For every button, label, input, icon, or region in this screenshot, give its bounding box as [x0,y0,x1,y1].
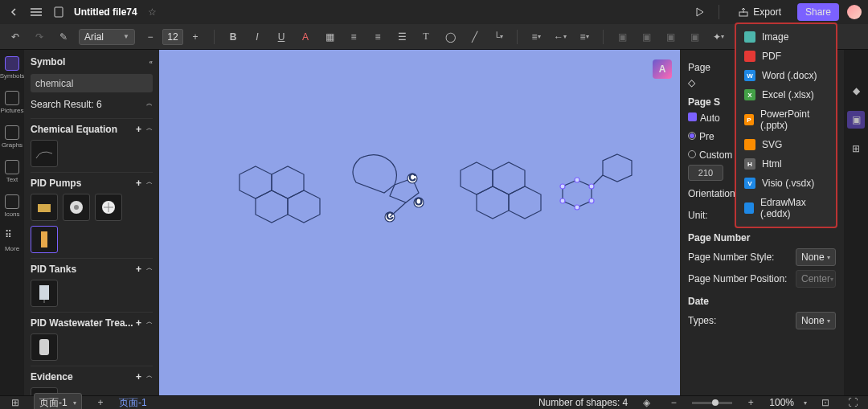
add-icon[interactable]: + [136,124,141,135]
svg-marker-13 [272,166,304,198]
add-page-icon[interactable]: + [92,394,109,409]
chevron-icon[interactable]: ︿ [146,371,153,382]
layers-icon[interactable]: ◈ [637,394,655,409]
zoom-out-icon[interactable]: − [665,394,682,409]
list-icon[interactable]: ☰ [393,28,411,46]
align-icon[interactable]: ≡ [345,28,362,46]
add-icon[interactable]: + [136,371,141,382]
canvas-area[interactable]: A C O C [159,50,680,395]
collapse-icon[interactable]: « [149,59,153,66]
fit-icon[interactable]: ⊡ [817,394,834,409]
text-color-icon[interactable]: A [297,28,314,46]
pg-style-select[interactable]: None▾ [796,248,836,266]
connector-icon[interactable]: └▾ [489,28,507,46]
symbol-thumb[interactable] [63,194,90,221]
export-word[interactable]: WWord (.docx) [736,66,836,85]
add-icon[interactable]: + [136,317,141,329]
font-select[interactable]: Arial▼ [79,29,135,45]
zoom-in-icon[interactable]: + [742,394,760,409]
export-image[interactable]: Image [736,27,836,47]
italic-icon[interactable]: I [248,28,266,46]
export-pdf[interactable]: PDF [736,47,836,66]
rail-more[interactable]: ⠿More [5,229,19,252]
canvas[interactable]: A C O C [159,50,680,395]
add-icon[interactable]: + [136,264,141,275]
category-header[interactable]: PID Tanks+︿ [31,258,153,280]
front-icon[interactable]: ▣ [661,28,679,46]
rail-label: Symbols [0,72,24,80]
export-ppt[interactable]: PPowerPoint (.pptx) [736,104,836,135]
undo-icon[interactable]: ↶ [6,28,24,46]
underline-icon[interactable]: U [272,28,290,46]
brush-icon[interactable]: ✎ [55,28,72,46]
export-label: Export [753,6,781,18]
symbol-thumb[interactable] [95,194,122,221]
pg-pos-select[interactable]: Center▾ [796,270,836,288]
share-button[interactable]: Share [797,3,839,21]
shape-icon[interactable]: ◯ [441,28,459,46]
valign-icon[interactable]: ≡ [369,28,387,46]
grid-icon[interactable]: ⊞ [847,140,865,157]
bucket-icon[interactable]: ◆ [847,82,865,100]
category-header[interactable]: Evidence+︿ [31,366,153,387]
export-button[interactable]: Export [731,3,789,21]
search-box[interactable]: × [31,74,153,92]
symbol-thumb[interactable] [31,280,58,307]
export-eddx[interactable]: EdrawMax (.eddx) [736,193,836,223]
effects-icon[interactable]: ✦▾ [710,28,727,46]
menu-icon[interactable] [29,5,43,19]
arrow-icon[interactable]: ←▾ [551,28,569,46]
star-icon[interactable]: ☆ [145,5,160,19]
svg-point-33 [560,198,565,203]
page-tab-label[interactable]: Page [688,62,710,73]
category-header[interactable]: PID Wastewater Trea...+︿ [31,312,153,333]
panel-icon[interactable]: ▣ [847,111,865,129]
size-minus[interactable]: − [141,28,159,46]
export-visio[interactable]: VVisio (.vsdx) [736,174,836,193]
arrow2-icon[interactable]: ≡▾ [575,28,593,46]
chevron-icon[interactable]: ︿ [146,264,153,275]
symbol-thumb[interactable] [31,194,58,221]
back-icon[interactable]: ▣ [686,28,703,46]
search-input[interactable] [35,78,156,89]
size-plus[interactable]: + [186,28,204,46]
category-header[interactable]: Chemical Equation+︿ [31,118,153,140]
chevron-icon[interactable]: ︿ [146,317,153,329]
avatar[interactable] [847,5,862,19]
group-icon[interactable]: ▣ [613,28,631,46]
layout-icon[interactable]: ⊞ [6,394,24,409]
add-icon[interactable]: + [136,178,141,189]
fullscreen-icon[interactable]: ⛶ [844,394,862,409]
zoom-slider[interactable] [692,402,732,404]
rail-text[interactable]: Text [5,160,19,183]
rail-symbols[interactable]: Symbols [0,56,24,80]
width-input[interactable]: 210 [688,165,723,181]
export-excel[interactable]: XExcel (.xlsx) [736,85,836,104]
play-icon[interactable] [693,5,707,19]
bold-icon[interactable]: B [224,28,242,46]
font-size-input[interactable]: 12 [162,29,183,45]
page-tab[interactable]: 页面-1 [119,396,147,410]
chevron-icon[interactable]: ︿ [146,124,153,135]
symbol-thumb[interactable] [31,140,58,167]
symbol-thumb[interactable] [31,226,58,253]
export-html[interactable]: HHtml [736,154,836,174]
symbol-thumb[interactable] [31,333,58,361]
back-icon[interactable] [6,5,21,19]
file-icon[interactable] [51,5,66,19]
pen-icon[interactable]: ╱ [465,28,483,46]
rail-graphs[interactable]: Graphs [2,125,23,149]
redo-icon[interactable]: ↷ [31,28,48,46]
page-selector[interactable]: 页面-1▾ [34,393,82,410]
export-svg[interactable]: SVG [736,135,836,154]
category-header[interactable]: PID Pumps+︿ [31,172,153,194]
collapse-icon[interactable]: ︽ [146,99,153,110]
ungroup-icon[interactable]: ▣ [637,28,655,46]
rail-icons[interactable]: Icons [4,194,19,218]
types-select[interactable]: None▾ [796,312,836,329]
line-style-icon[interactable]: ≡▾ [527,28,545,46]
rail-pictures[interactable]: Pictures [1,91,24,114]
text-icon[interactable]: T [417,28,435,46]
chevron-icon[interactable]: ︿ [146,178,153,189]
highlight-icon[interactable]: ▦ [321,28,338,46]
